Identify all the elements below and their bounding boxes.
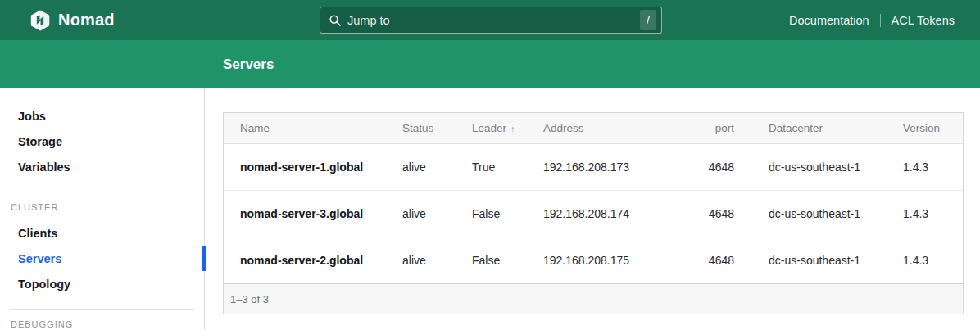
server-version: 1.4.3 [887, 237, 963, 283]
table-header-row: Name Status Leader↑ Address port Datacen… [224, 113, 963, 143]
server-row[interactable]: nomad-server-1.global alive True 192.168… [224, 143, 963, 190]
column-header-version[interactable]: Version [887, 113, 963, 143]
server-datacenter: dc-us-southeast-1 [752, 190, 887, 237]
navbar-links: Documentation ACL Tokens [789, 14, 955, 27]
search-input[interactable] [347, 14, 640, 27]
top-navbar: Nomad / Documentation ACL Tokens [0, 0, 980, 40]
column-header-port[interactable]: port [678, 113, 752, 143]
server-address: 192.168.208.174 [527, 190, 678, 237]
server-status: alive [386, 143, 456, 190]
servers-table-container: Name Status Leader↑ Address port Datacen… [223, 112, 964, 314]
sidebar-item-topology[interactable]: Topology [0, 271, 204, 296]
server-datacenter: dc-us-southeast-1 [752, 143, 887, 190]
navbar-links-divider [880, 14, 881, 27]
brand-name: Nomad [58, 11, 115, 29]
column-header-datacenter[interactable]: Datacenter [752, 113, 887, 143]
column-header-status[interactable]: Status [386, 113, 456, 143]
servers-table: Name Status Leader↑ Address port Datacen… [224, 113, 963, 283]
search-icon [329, 14, 342, 27]
sidebar-item-variables[interactable]: Variables [0, 154, 204, 179]
server-version: 1.4.3 [887, 143, 963, 190]
page-title: Servers [223, 57, 274, 73]
server-leader: False [456, 237, 527, 283]
nomad-home-link[interactable]: Nomad [29, 10, 115, 31]
nomad-ui-page: Nomad / Documentation ACL Tokens Servers… [0, 0, 980, 330]
server-row[interactable]: nomad-server-3.global alive False 192.16… [224, 190, 963, 237]
server-name: nomad-server-1.global [224, 143, 386, 190]
sidebar-section-cluster: CLUSTER [0, 199, 204, 215]
slash-shortcut-badge: / [640, 10, 656, 30]
column-header-address[interactable]: Address [527, 113, 678, 143]
server-port: 4648 [678, 237, 752, 283]
server-leader: True [456, 143, 527, 190]
main-content: Name Status Leader↑ Address port Datacen… [205, 88, 980, 330]
sort-ascending-icon: ↑ [510, 124, 515, 133]
server-status: alive [386, 237, 456, 283]
server-status: alive [386, 190, 456, 237]
acl-tokens-link[interactable]: ACL Tokens [892, 14, 955, 27]
server-name: nomad-server-2.global [224, 237, 386, 283]
sidebar-item-servers[interactable]: Servers [0, 246, 204, 271]
server-version: 1.4.3 [887, 190, 963, 237]
server-row[interactable]: nomad-server-2.global alive False 192.16… [224, 237, 963, 283]
sidebar-item-jobs[interactable]: Jobs [0, 103, 204, 129]
server-port: 4648 [678, 190, 752, 237]
sub-navbar: Servers [0, 40, 980, 88]
sidebar-divider [10, 192, 194, 192]
sidebar-divider [10, 309, 194, 310]
server-name: nomad-server-3.global [224, 190, 386, 237]
server-address: 192.168.208.173 [527, 143, 678, 190]
pagination-summary: 1–3 of 3 [224, 283, 963, 314]
server-port: 4648 [678, 143, 752, 190]
server-datacenter: dc-us-southeast-1 [752, 237, 887, 283]
jump-to-search[interactable]: / [320, 7, 662, 34]
sidebar: Jobs Storage Variables CLUSTER Clients S… [0, 88, 205, 330]
sidebar-item-storage[interactable]: Storage [0, 129, 204, 154]
sidebar-section-debugging: DEBUGGING [0, 316, 204, 330]
nomad-logo-icon [29, 10, 51, 31]
server-address: 192.168.208.175 [527, 237, 678, 283]
sidebar-item-clients[interactable]: Clients [0, 220, 204, 246]
documentation-link[interactable]: Documentation [789, 14, 869, 27]
server-leader: False [456, 190, 527, 237]
column-header-name[interactable]: Name [224, 113, 386, 143]
column-header-leader[interactable]: Leader↑ [456, 113, 527, 143]
